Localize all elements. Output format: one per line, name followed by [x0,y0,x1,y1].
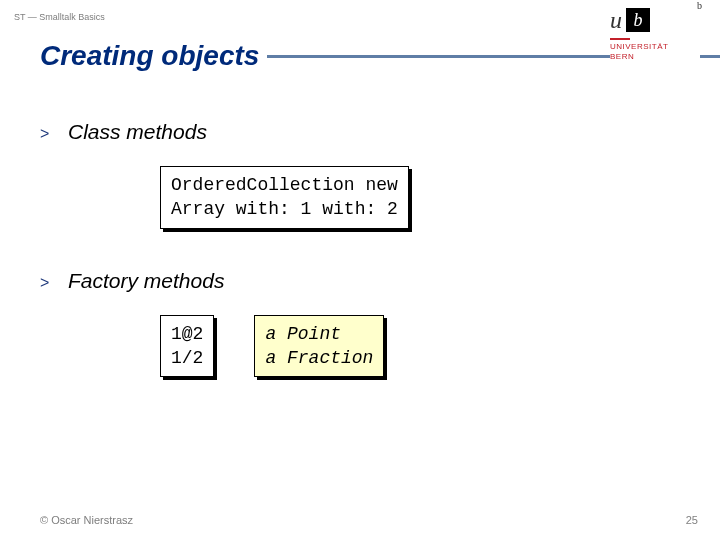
section-heading: Class methods [68,120,207,144]
page-title: Creating objects [0,40,259,72]
logo-line1: UNIVERSITÄT [610,42,700,52]
logo-sup: b [697,0,702,11]
logo-b: b [626,8,650,32]
copyright: © Oscar Nierstrasz [40,514,133,526]
code-content: a Point a Fraction [254,315,384,378]
page-number: 25 [686,514,698,526]
logo-bar [610,38,630,40]
code-row: 1@2 1/2 a Point a Fraction [160,315,720,378]
section-heading: Factory methods [68,269,224,293]
code-box-result: a Point a Fraction [254,315,384,378]
logo-line2: BERN [610,52,700,62]
code-content: 1@2 1/2 [160,315,214,378]
header: ST — Smalltalk Basics u b b UNIVERSITÄT … [0,0,720,80]
chevron-icon: > [40,274,68,292]
code-content: OrderedCollection new Array with: 1 with… [160,166,409,229]
footer: © Oscar Nierstrasz 25 [0,514,720,526]
code-row: OrderedCollection new Array with: 1 with… [160,166,720,229]
code-box: 1@2 1/2 [160,315,214,378]
logo-u: u [610,8,622,32]
university-logo: u b b UNIVERSITÄT BERN [610,8,700,65]
chevron-icon: > [40,125,68,143]
code-box: OrderedCollection new Array with: 1 with… [160,166,409,229]
section-heading-row: > Class methods [40,120,720,144]
section-heading-row: > Factory methods [40,269,720,293]
content: > Class methods OrderedCollection new Ar… [0,80,720,377]
